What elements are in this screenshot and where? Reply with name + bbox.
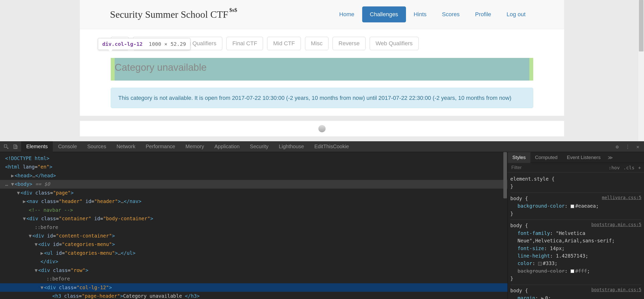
devtools-tabs: Elements Console Sources Network Perform…: [0, 141, 644, 152]
device-toolbar-icon[interactable]: [12, 143, 19, 150]
rule-body-bootstrap1[interactable]: bootstrap.min.css:5 body { font-family: …: [510, 221, 641, 285]
dom-comment: <!-- navbar -->: [29, 207, 73, 213]
devtools: Elements Console Sources Network Perform…: [0, 141, 644, 299]
tab-security[interactable]: Security: [245, 141, 274, 152]
category-alert: This category is not available. It is op…: [111, 88, 533, 108]
styles-tab-events[interactable]: Event Listeners: [562, 152, 605, 163]
category-button[interactable]: Mid CTF: [267, 37, 301, 50]
page-scrollbar-thumb[interactable]: [639, 0, 643, 51]
tab-network[interactable]: Network: [111, 141, 140, 152]
page-viewport: Security Summer School CTF $s$ Home Chal…: [0, 0, 644, 141]
brand-title: Security Summer School CTF: [110, 9, 228, 20]
nav-profile[interactable]: Profile: [467, 6, 499, 22]
filter-cls-button[interactable]: .cls: [623, 165, 634, 170]
dom-pseudo: ::before: [46, 276, 70, 282]
styles-tabs: Styles Computed Event Listeners ≫: [508, 152, 644, 163]
elements-scrollbar-thumb[interactable]: [503, 152, 507, 198]
styles-filter-input[interactable]: [508, 165, 608, 170]
rule-source-link[interactable]: bootstrap.min.css:5: [591, 286, 641, 293]
rule-element-style[interactable]: element.style { }: [510, 174, 641, 193]
nav-scores[interactable]: Scores: [434, 6, 467, 22]
color-swatch-icon[interactable]: [538, 262, 542, 266]
filter-add-button[interactable]: +: [638, 165, 641, 170]
styles-tab-styles[interactable]: Styles: [508, 152, 530, 163]
page-scrollbar[interactable]: [638, 0, 644, 141]
tooltip-dimensions: 1000 × 52.29: [149, 41, 186, 47]
inspected-highlight: Category unavailable: [111, 58, 533, 81]
nav-hints[interactable]: Hints: [406, 6, 434, 22]
category-button[interactable]: Misc: [305, 37, 328, 50]
filter-hov-button[interactable]: :hov: [608, 165, 620, 170]
dom-pseudo: ::before: [35, 224, 58, 230]
elements-panel[interactable]: <!DOCTYPE html> <html lang="en"> ▶<head>…: [0, 152, 507, 299]
close-icon[interactable]: ✕: [634, 144, 641, 150]
tab-performance[interactable]: Performance: [141, 141, 181, 152]
styles-panel: Styles Computed Event Listeners ≫ :hov .…: [507, 152, 644, 299]
tab-editthiscookie[interactable]: EditThisCookie: [309, 141, 354, 152]
styles-filter-row: :hov .cls +: [508, 163, 644, 173]
inspect-tooltip: div.col-lg-12 1000 × 52.29: [98, 38, 190, 50]
tab-console[interactable]: Console: [53, 141, 82, 152]
rule-source-link[interactable]: bootstrap.min.css:5: [591, 221, 641, 228]
more-icon[interactable]: ⋮: [624, 144, 631, 150]
nav-logout[interactable]: Log out: [499, 6, 533, 22]
dom-line-body[interactable]: … ▼<body> == $0: [0, 180, 507, 188]
styles-tab-computed[interactable]: Computed: [530, 152, 562, 163]
color-swatch-icon[interactable]: [571, 205, 574, 208]
elements-scrollbar[interactable]: [503, 152, 507, 299]
rule-source-link[interactable]: mellivora.css:5: [602, 194, 641, 201]
main-panel: Security Summer School CTF $s$ Home Chal…: [80, 0, 564, 116]
styles-rules[interactable]: element.style { } mellivora.css:5 body {…: [508, 173, 644, 299]
tooltip-selector: div.col-lg-12: [102, 41, 143, 47]
tab-lighthouse[interactable]: Lighthouse: [274, 141, 309, 152]
nav-challenges[interactable]: Challenges: [362, 6, 406, 22]
inspect-element-icon[interactable]: [3, 143, 10, 150]
styles-more-icon[interactable]: ≫: [605, 155, 615, 160]
category-button[interactable]: Web Qualifiers: [370, 37, 419, 50]
nav-home[interactable]: Home: [332, 6, 362, 22]
tab-sources[interactable]: Sources: [82, 141, 111, 152]
category-button[interactable]: Final CTF: [226, 37, 263, 50]
footer-logo-icon: [318, 125, 326, 132]
tab-elements[interactable]: Elements: [21, 141, 53, 152]
brand[interactable]: Security Summer School CTF $s$: [110, 9, 237, 20]
category-button[interactable]: Reverse: [333, 37, 366, 50]
footer-strip: [80, 121, 564, 136]
rule-body-mellivora[interactable]: mellivora.css:5 body { background-color:…: [510, 194, 641, 220]
main-nav: Home Challenges Hints Scores Profile Log…: [332, 6, 533, 22]
rule-body-bootstrap2[interactable]: bootstrap.min.css:5 body { margin: ▶0; }: [510, 286, 641, 299]
color-swatch-icon[interactable]: [571, 269, 574, 273]
tab-memory[interactable]: Memory: [180, 141, 209, 152]
dom-line[interactable]: <!DOCTYPE html>: [5, 155, 49, 161]
brand-suffix: $s$: [229, 7, 237, 13]
settings-icon[interactable]: ⚙: [614, 144, 621, 150]
dom-line-col[interactable]: ▼<div class="col-lg-12">: [0, 283, 507, 292]
tab-application[interactable]: Application: [209, 141, 245, 152]
site-header: Security Summer School CTF $s$ Home Chal…: [80, 0, 564, 29]
page-header: Category unavailable: [115, 62, 207, 73]
